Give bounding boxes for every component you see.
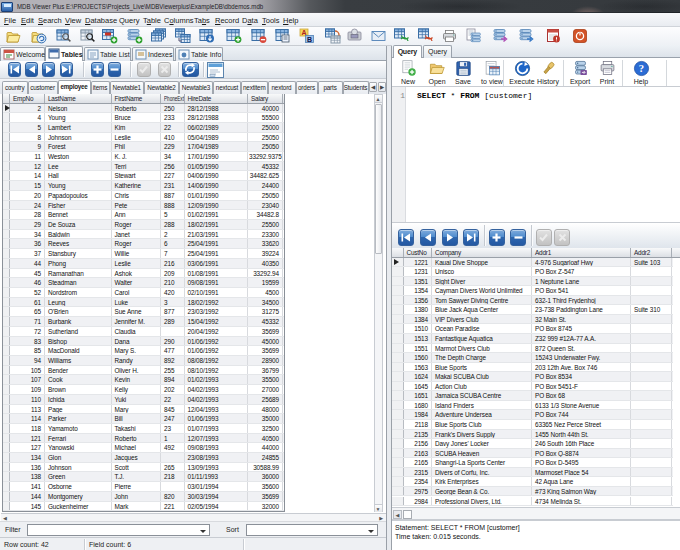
svg-text:A: A [301, 29, 306, 36]
svg-text:B: B [307, 36, 312, 43]
svg-text:?: ? [638, 63, 643, 74]
